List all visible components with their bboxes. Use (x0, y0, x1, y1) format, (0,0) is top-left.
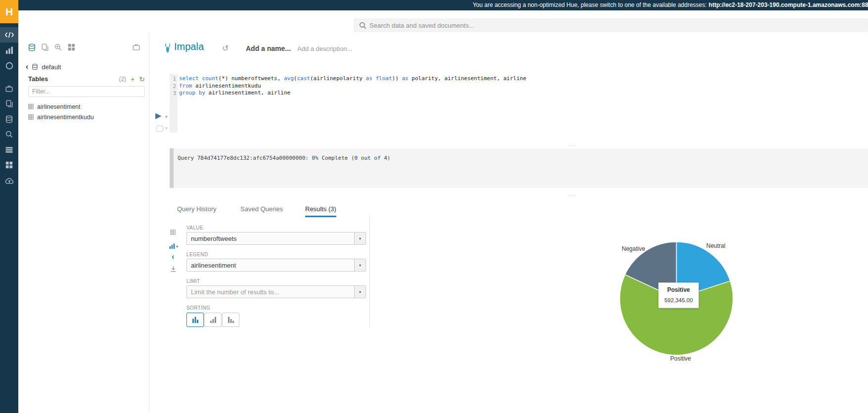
assist-panel: ‹ default Tables (2) + ↻ airlinesentimen… (18, 33, 149, 413)
table-filter-input[interactable] (28, 86, 145, 97)
sort-asc-button[interactable] (204, 313, 222, 327)
code-line: group by airlinesentiment, airline (179, 90, 526, 97)
results-resizer[interactable]: ··· (569, 193, 576, 197)
cloud-upload-icon (5, 177, 14, 184)
briefcase-icon (5, 85, 13, 92)
log-progress-bar (170, 148, 174, 188)
table-row[interactable]: airlinesentimentkudu (28, 112, 145, 122)
sort-none-button[interactable] (186, 313, 204, 327)
sql-editor[interactable]: select count(*) numberoftweets, avg(cast… (179, 75, 526, 97)
tab-query-history[interactable]: Query History (177, 205, 216, 217)
assist-documents-icon[interactable] (42, 44, 48, 53)
impala-icon (163, 43, 172, 55)
result-tabs: Query HistorySaved QueriesResults (3) (170, 201, 407, 217)
legend-label: LEGEND (186, 252, 208, 257)
query-name-field[interactable]: Add a name... (246, 45, 291, 52)
download-icon[interactable] (170, 266, 177, 272)
database-icon (32, 64, 38, 70)
sorting-label: SORTING (186, 305, 210, 311)
tab-results-3[interactable]: Results (3) (305, 205, 336, 217)
pie-label-neutral: Neutral (706, 242, 726, 249)
line-number: 2 (170, 83, 178, 91)
chevron-down-icon: ▾ (354, 232, 365, 244)
jobs-bag-icon[interactable] (133, 44, 140, 52)
results-grid-icon[interactable] (170, 229, 176, 235)
pie-tooltip-value: 592,345.00 (660, 297, 697, 303)
assist-apps-icon[interactable] (68, 44, 75, 53)
history-icon[interactable]: ↺ (222, 44, 228, 53)
query-log-text: Query 784d74177e8dc132:afc6754a00000000:… (178, 155, 390, 161)
query-log: Query 784d74177e8dc132:afc6754a00000000:… (170, 148, 868, 188)
pie-label-negative: Negative (622, 245, 645, 252)
table-icon (28, 104, 34, 109)
rail-item-tables[interactable] (0, 111, 18, 127)
snippet-settings-icon[interactable] (156, 126, 163, 132)
chevron-down-icon: ▾ (354, 286, 365, 298)
assist-search-icon[interactable] (54, 44, 62, 53)
tables-count: (2) (119, 76, 126, 83)
limit-select-text: Limit the number of results to... (187, 288, 279, 296)
pie-chart-area: Negative Neutral Positive Positive 592,3… (616, 239, 745, 370)
global-search (354, 18, 868, 32)
pie-tooltip-title: Positive (660, 286, 697, 293)
legend-select[interactable]: airlinesentiment ▾ (186, 259, 366, 272)
table-icon (28, 114, 34, 120)
tab-saved-queries[interactable]: Saved Queries (240, 205, 283, 217)
pie-tooltip: Positive 592,345.00 (658, 282, 699, 308)
limit-label: LIMIT (186, 278, 200, 284)
hue-logo[interactable]: H (0, 0, 18, 23)
refresh-icon[interactable]: ↻ (139, 76, 145, 82)
rail-item-importer[interactable] (0, 173, 18, 188)
rail-item-search[interactable] (0, 127, 18, 142)
left-rail (0, 0, 18, 413)
database-icon (5, 115, 13, 123)
pie-label-positive: Positive (670, 355, 691, 362)
assist-data-icon[interactable] (28, 44, 36, 53)
table-name: airlinesentiment (37, 103, 81, 110)
rail-item-documents[interactable] (0, 96, 18, 111)
code-line: select count(*) numberoftweets, avg(cast… (179, 75, 526, 83)
banner-message: You are accessing a non-optimized Hue, p… (473, 1, 707, 8)
tables-title: Tables (28, 75, 48, 83)
table-name: airlinesentimentkudu (37, 114, 94, 121)
stripes-icon (5, 146, 13, 153)
query-description-field[interactable]: Add a description... (297, 45, 352, 52)
global-search-input[interactable] (354, 18, 868, 32)
collapse-chevron-icon[interactable]: ‹ (172, 252, 174, 261)
rail-item-scheduler[interactable] (0, 58, 18, 73)
back-chevron-icon[interactable]: ‹ (26, 63, 28, 70)
rail-item-hbase[interactable] (0, 142, 18, 157)
rail-item-editor[interactable] (0, 27, 18, 43)
rail-item-apps[interactable] (0, 157, 18, 173)
sorting-buttons (186, 313, 240, 327)
chevron-down-icon: ▾ (354, 259, 365, 271)
editor-resizer[interactable]: ··· (569, 143, 576, 147)
assist-toolbar (28, 44, 75, 53)
table-row[interactable]: airlinesentiment (28, 101, 145, 112)
chevron-down-icon: ▾ (176, 244, 178, 249)
snippet-settings-caret-icon[interactable]: ▾ (165, 126, 168, 131)
banner-link[interactable]: http://ec2-18-207-203-190.compute-1.amaz… (709, 1, 868, 8)
editor-gutter: 123 (170, 74, 178, 133)
code-line: from airlinesentimentkudu (179, 83, 526, 90)
results-divider[interactable] (369, 216, 370, 327)
database-name[interactable]: default (42, 63, 61, 71)
sort-desc-button[interactable] (222, 313, 239, 327)
code-icon (4, 32, 14, 38)
rail-item-jobs[interactable] (0, 81, 18, 96)
line-number: 1 (170, 76, 178, 83)
rail-item-dashboards[interactable] (0, 43, 18, 58)
engine-title: Impala (174, 41, 204, 52)
value-select[interactable]: numberoftweets ▾ (186, 232, 366, 245)
tables-list: airlinesentimentairlinesentimentkudu (28, 101, 145, 122)
value-label: VALUE (186, 225, 203, 230)
grid-icon (5, 161, 13, 169)
execute-options-caret-icon[interactable]: ▾ (165, 114, 168, 119)
chart-type-picker-icon[interactable]: ▾ (169, 242, 178, 251)
limit-select[interactable]: Limit the number of results to... ▾ (186, 285, 366, 298)
legend-select-text: airlinesentiment (187, 262, 236, 269)
bar-chart-icon (5, 46, 13, 54)
execute-button[interactable]: ▶ (155, 112, 161, 120)
search-icon (359, 22, 366, 31)
add-icon[interactable]: + (131, 76, 135, 82)
